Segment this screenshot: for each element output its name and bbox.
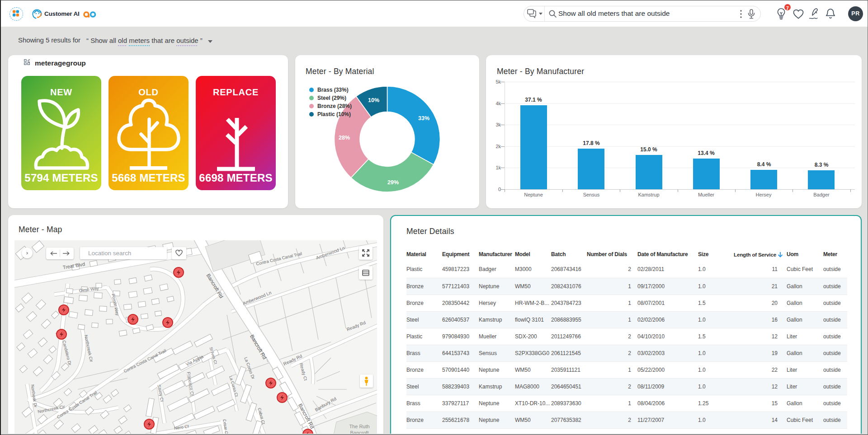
- svg-text:The Ruth: The Ruth: [349, 424, 369, 429]
